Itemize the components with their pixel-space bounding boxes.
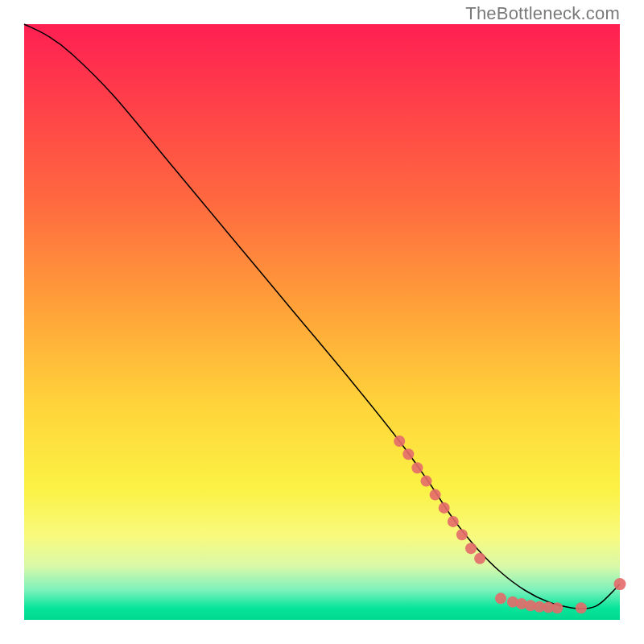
steep-segment-dots-dot: [456, 529, 468, 540]
steep-segment-dots-dot: [402, 448, 414, 460]
steep-segment-dots-dot: [394, 436, 405, 447]
trough-segment-dots-dot: [551, 602, 563, 613]
marker-dots-group: [394, 436, 625, 613]
steep-segment-dots-dot: [430, 489, 441, 501]
steep-segment-dots-dot: [448, 516, 459, 527]
bottleneck-curve: [24, 24, 620, 609]
end-dot-dot: [614, 578, 626, 590]
steep-segment-dots-dot: [474, 553, 485, 564]
chart-overlay-svg: [24, 24, 620, 620]
trough-segment-dots-dot: [576, 602, 587, 613]
steep-segment-dots-dot: [439, 502, 450, 514]
chart-container: TheBottleneck.com: [0, 0, 644, 644]
steep-segment-dots-dot: [421, 476, 432, 487]
steep-segment-dots-dot: [411, 462, 423, 473]
steep-segment-dots-dot: [465, 543, 477, 554]
trough-segment-dots-dot: [495, 592, 506, 604]
attribution-text: TheBottleneck.com: [465, 3, 620, 24]
